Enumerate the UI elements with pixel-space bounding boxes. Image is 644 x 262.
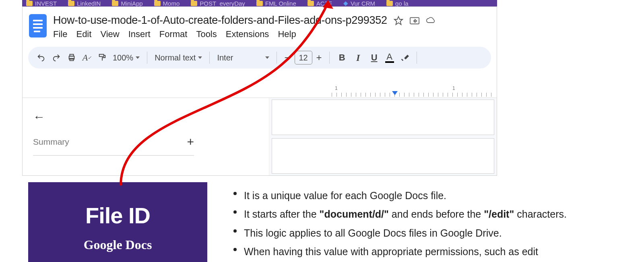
bookmark-label: Momo — [163, 0, 180, 6]
svg-rect-5 — [99, 54, 104, 57]
folder-icon — [308, 1, 314, 6]
folder-icon — [26, 1, 33, 6]
bullet-item: It starts after the "document/d/" and en… — [233, 205, 596, 223]
ruler-number: 1 — [452, 85, 455, 91]
outline-panel: ← Summary + — [23, 98, 269, 175]
folder-icon — [191, 1, 197, 6]
menu-help[interactable]: Help — [278, 29, 296, 40]
google-docs-icon[interactable] — [29, 14, 47, 37]
font-value: Inter — [217, 53, 233, 62]
menu-file[interactable]: File — [53, 29, 67, 40]
underline-button[interactable]: U — [369, 52, 380, 63]
bookmark-item[interactable]: LinkedIN — [68, 0, 101, 6]
page-thumbnail[interactable] — [272, 100, 494, 135]
bookmark-item[interactable]: ACZF — [308, 0, 332, 6]
star-icon[interactable] — [394, 16, 403, 25]
chevron-down-icon — [136, 56, 140, 59]
menu-bar: File Edit View Insert Format Tools Exten… — [53, 29, 490, 40]
formatting-toolbar: A✓ 100% Normal text Inter − 12 + B I U A — [28, 47, 491, 69]
bookmark-label: FML Online — [265, 0, 296, 6]
bookmark-label: INVEST — [35, 0, 57, 6]
font-dropdown[interactable]: Inter — [217, 53, 269, 62]
folder-icon — [154, 1, 161, 6]
back-arrow-icon[interactable]: ← — [33, 110, 258, 124]
document-body: ← Summary + — [23, 98, 497, 175]
bookmark-label: go la — [395, 0, 409, 6]
bookmark-label: ACZF — [316, 0, 332, 6]
chevron-down-icon — [198, 56, 202, 59]
bookmark-label: Vur CRM — [351, 0, 375, 6]
bookmark-item[interactable]: INVEST — [26, 0, 57, 6]
bookmark-item[interactable]: POST_everyDay — [191, 0, 245, 6]
spellcheck-icon[interactable]: A✓ — [82, 53, 92, 62]
callout-subtitle: Google Docs — [28, 237, 207, 252]
paragraph-style-dropdown[interactable]: Normal text — [155, 53, 202, 62]
explanation-bullets: It is a unique value for each Google Doc… — [233, 186, 596, 261]
menu-format[interactable]: Format — [159, 29, 188, 40]
document-pages — [269, 98, 497, 175]
folder-icon — [256, 1, 263, 6]
menu-view[interactable]: View — [100, 29, 119, 40]
menu-edit[interactable]: Edit — [76, 29, 91, 40]
highlight-icon[interactable] — [400, 53, 409, 62]
indent-marker-icon[interactable] — [392, 91, 398, 95]
text-color-button[interactable]: A — [385, 52, 394, 63]
google-docs-window: How-to-use-mode-1-of-Auto-create-folders… — [22, 6, 497, 176]
callout-title: File ID — [28, 202, 207, 229]
print-icon[interactable] — [67, 53, 76, 62]
paint-format-icon[interactable] — [97, 53, 107, 62]
bookmark-item[interactable]: ◆Vur CRM — [343, 0, 375, 6]
summary-label: Summary — [33, 137, 69, 147]
folder-icon — [386, 1, 393, 6]
font-size-input[interactable]: 12 — [295, 51, 312, 64]
bullet-item: When having this value with appropriate … — [233, 242, 596, 261]
menu-extensions[interactable]: Extensions — [226, 29, 269, 40]
undo-icon[interactable] — [36, 53, 46, 62]
file-id-callout: File ID Google Docs — [28, 182, 207, 262]
bullet-item: It is a unique value for each Google Doc… — [233, 186, 596, 205]
menu-tools[interactable]: Tools — [196, 29, 217, 40]
svg-marker-0 — [394, 17, 402, 25]
doc-header: How-to-use-mode-1-of-Auto-create-folders… — [23, 7, 497, 43]
font-size-control: − 12 + — [284, 51, 322, 64]
horizontal-ruler[interactable]: 1 1 — [332, 85, 497, 98]
redo-icon[interactable] — [52, 53, 61, 62]
page-thumbnail[interactable] — [272, 138, 494, 174]
ruler-number: 1 — [335, 85, 338, 91]
bookmark-item[interactable]: go la — [386, 0, 409, 6]
bookmark-item[interactable]: MiniApp — [112, 0, 142, 6]
bookmark-label: POST_everyDay — [200, 0, 245, 6]
zoom-value: 100% — [113, 53, 133, 62]
bullet-item: This logic applies to all Google Docs fi… — [233, 224, 596, 242]
move-icon[interactable] — [410, 16, 419, 25]
folder-icon — [112, 1, 118, 6]
browser-bookmark-bar: INVEST LinkedIN MiniApp Momo POST_everyD… — [22, 0, 497, 6]
bookmark-label: MiniApp — [121, 0, 142, 6]
bookmark-label: LinkedIN — [77, 0, 101, 6]
style-value: Normal text — [155, 53, 196, 62]
bookmark-item[interactable]: FML Online — [256, 0, 296, 6]
italic-button[interactable]: I — [353, 52, 363, 63]
folder-icon — [68, 1, 74, 6]
cloud-saved-icon[interactable] — [426, 16, 436, 25]
zoom-dropdown[interactable]: 100% — [113, 53, 140, 62]
svg-rect-3 — [70, 54, 73, 56]
bookmark-item[interactable]: Momo — [154, 0, 180, 6]
menu-insert[interactable]: Insert — [128, 29, 151, 40]
font-size-decrease[interactable]: − — [284, 52, 290, 64]
bold-button[interactable]: B — [337, 52, 347, 63]
document-title[interactable]: How-to-use-mode-1-of-Auto-create-folders… — [53, 14, 387, 27]
chevron-down-icon — [265, 56, 269, 59]
font-size-increase[interactable]: + — [316, 52, 322, 63]
add-summary-icon[interactable]: + — [187, 135, 194, 149]
